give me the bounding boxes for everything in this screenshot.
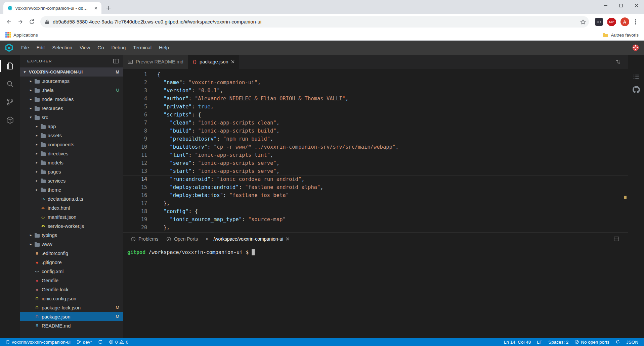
chevron-right-icon[interactable]: ▸ [28,242,34,246]
code-line-17[interactable]: 17 }, [123,199,628,207]
tree-item-config.xml[interactable]: <>config.xml [20,267,123,276]
source-control-icon[interactable] [0,93,20,111]
tree-item-index.html[interactable]: <>index.html [20,203,123,212]
tree-item-resources[interactable]: ▸resources [20,104,123,113]
tree-item-.theia[interactable]: ▸.theiaU [20,86,123,95]
tree-item-package-lock.json[interactable]: {}package-lock.jsonM [20,303,123,312]
code-line-9[interactable]: 9 "prebuildtosrv": "npm run build", [123,135,628,143]
chevron-right-icon[interactable]: ▸ [28,97,34,101]
tree-item-services[interactable]: ▸services [20,176,123,185]
tree-item-readme.md[interactable]: MREADME.md [20,321,123,330]
apps-grid-icon[interactable] [5,32,11,38]
chevron-right-icon[interactable]: ▸ [34,133,40,138]
chevron-right-icon[interactable]: ▸ [28,233,34,237]
chevron-down-icon[interactable]: ▾ [22,70,28,74]
tree-item-directives[interactable]: ▸directives [20,149,123,158]
menu-help[interactable]: Help [155,41,173,55]
tab-close-icon[interactable] [93,5,99,11]
code-line-14[interactable]: 14 "run:android": "ionic cordova run and… [123,175,628,183]
tree-item-gemfile.lock[interactable]: ◆Gemfile.lock [20,285,123,294]
tree-item-.sourcemaps[interactable]: ▸.sourcemaps [20,77,123,86]
gitpod-logo[interactable] [5,43,13,52]
chevron-right-icon[interactable]: ▸ [34,169,40,174]
code-line-1[interactable]: 1{ [123,70,628,79]
editor-scrollbar[interactable] [623,69,628,232]
code-line-16[interactable]: 16 "deploy:beta:ios": "fastlane ios beta… [123,191,628,199]
tree-item-service-worker.js[interactable]: JSservice-worker.js [20,221,123,231]
plugins-icon[interactable] [0,111,20,129]
browser-tab[interactable]: voxxrin/voxxrin-companion-ui - db9a6d58-… [3,2,101,14]
statusbar-repository[interactable]: voxxrin/voxxrin-companion-ui [3,338,74,346]
tree-item-package.json[interactable]: {}package.jsonM [20,312,123,321]
help-icon[interactable] [632,44,639,51]
tree-item-.gitignore[interactable]: ◆.gitignore [20,258,123,267]
statusbar-cursor-position[interactable]: Ln 14, Col 48 [501,338,534,346]
tree-item-gemfile[interactable]: ◆Gemfile [20,276,123,285]
tab-preview-readme[interactable]: Preview README.md [123,55,188,69]
tree-item-src[interactable]: ▾src [20,113,123,122]
tab-terminal[interactable]: >_ /workspace/voxxrin-companion-ui [202,233,293,245]
other-bookmarks[interactable]: Autres favoris [603,33,639,38]
code-line-5[interactable]: 5 "private": true, [123,103,628,111]
extension-icon[interactable] [595,18,603,26]
chevron-right-icon[interactable]: ▸ [28,88,34,92]
forward-button[interactable] [15,16,26,28]
code-line-12[interactable]: 12 "serve": "ionic-app-scripts serve", [123,159,628,167]
panel-layout-icon[interactable] [614,237,625,241]
tree-item-node-modules[interactable]: ▸node_modules [20,95,123,104]
tree-item-typings[interactable]: ▸typings [20,231,123,240]
menu-file[interactable]: File [17,41,33,55]
menu-terminal[interactable]: Terminal [129,41,155,55]
toggle-view-icon[interactable] [113,59,119,63]
window-maximize-button[interactable] [613,0,629,11]
statusbar-eol[interactable]: LF [534,338,545,346]
statusbar-branch[interactable]: dev* [74,338,95,346]
tree-item-theme[interactable]: ▸theme [20,185,123,194]
statusbar-ports[interactable]: No open ports [571,338,612,346]
statusbar-problems[interactable]: 0 0 [106,338,131,346]
tree-item-models[interactable]: ▸models [20,158,123,167]
new-tab-button[interactable] [103,3,114,13]
tree-item-app[interactable]: ▸app [20,122,123,131]
bookmark-star-icon[interactable] [580,19,586,25]
code-line-7[interactable]: 7 "clean": "ionic-app-scripts clean", [123,119,628,127]
menu-view[interactable]: View [76,41,94,55]
code-line-8[interactable]: 8 "build": "ionic-app-scripts build", [123,127,628,135]
search-icon[interactable] [0,75,20,93]
code-line-10[interactable]: 10 "buildtosrv": "cp -r www/* ../voxxrin… [123,143,628,151]
code-line-6[interactable]: 6 "scripts": { [123,111,628,119]
tree-item-declarations.d.ts[interactable]: TSdeclarations.d.ts [20,194,123,203]
adblock-icon[interactable]: ABP [607,18,616,26]
reload-button[interactable] [26,16,38,28]
code-line-18[interactable]: 18 "config": { [123,207,628,215]
chevron-right-icon[interactable]: ▸ [28,79,34,83]
code-line-15[interactable]: 15 "deploy:alpha:android": "fastlane and… [123,183,628,191]
window-close-button[interactable] [629,0,644,11]
tab-problems[interactable]: Problems [127,233,162,245]
chevron-right-icon[interactable]: ▸ [34,124,40,129]
terminal[interactable]: gitpod /workspace/voxxrin-companion-ui $ [123,245,628,338]
editor[interactable]: 1{2 "name": "voxxrin-companion-ui",3 "ve… [123,69,628,232]
tab-open-ports[interactable]: Open Ports [162,233,202,245]
chevron-right-icon[interactable]: ▸ [28,106,34,110]
tab-close-icon[interactable] [286,237,289,241]
sync-icon[interactable] [608,55,628,69]
statusbar-language[interactable]: JSON [623,338,641,346]
code-line-19[interactable]: 19 "ionic_source_map_type": "source-map" [123,215,628,224]
statusbar-notifications[interactable] [612,338,623,346]
tree-item-components[interactable]: ▸components [20,140,123,149]
outline-icon[interactable] [633,73,640,81]
bookmark-applications[interactable]: Applications [13,33,38,38]
address-bar[interactable]: db9a6d58-5380-4cee-9ada-7fc7640dbe2b.ws-… [40,16,589,28]
tree-item-.editorconfig[interactable]: ≡.editorconfig [20,249,123,258]
tab-package-json[interactable]: {} package.json [188,55,239,69]
tree-item-voxxrin-companion-ui[interactable]: ▾VOXXRIN-COMPANION-UIM [20,67,123,77]
tree-item-www[interactable]: ▸www [20,240,123,249]
code-line-11[interactable]: 11 "lint": "ionic-app-scripts lint", [123,151,628,159]
files-icon[interactable] [0,57,20,75]
statusbar-indentation[interactable]: Spaces: 2 [545,338,571,346]
chevron-right-icon[interactable]: ▸ [34,151,40,156]
menu-go[interactable]: Go [94,41,108,55]
code-line-20[interactable]: 20 }, [123,224,628,232]
tree-item-ionic.config.json[interactable]: {}ionic.config.json [20,294,123,303]
